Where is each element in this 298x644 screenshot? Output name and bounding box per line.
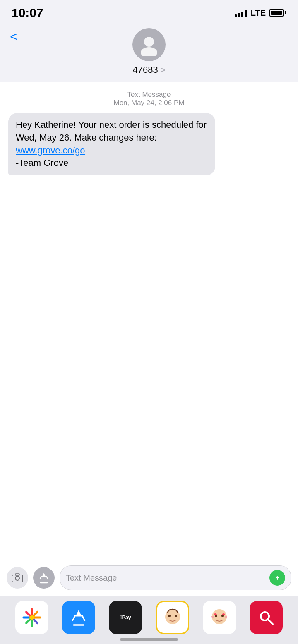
status-icons: LTE (235, 8, 286, 18)
message-signature: -Team Grove (16, 158, 68, 168)
send-button[interactable] (269, 570, 285, 586)
battery-icon (269, 9, 286, 17)
svg-point-8 (168, 615, 171, 617)
message-date-label: Mon, May 24, 2:06 PM (8, 99, 290, 107)
message-meta: Text Message Mon, May 24, 2:06 PM (8, 91, 290, 107)
appstore-small-icon (37, 571, 50, 584)
memoji2-app-icon (207, 605, 232, 630)
svg-point-13 (211, 616, 214, 618)
memoji1-app-icon (160, 605, 185, 630)
dock: Pay (0, 596, 298, 644)
message-bubble: Hey Katherine! Your next order is schedu… (8, 113, 215, 175)
message-link[interactable]: www.grove.co/go (16, 145, 85, 156)
status-bar: 10:07 LTE (0, 0, 298, 24)
appstore-dock-icon (68, 607, 89, 628)
dock-applepay-icon[interactable]: Pay (109, 601, 142, 634)
svg-line-16 (268, 619, 273, 624)
text-message-input[interactable]: Text Message (66, 573, 265, 583)
chevron-right-icon: > (161, 65, 166, 75)
dock-photos-icon[interactable] (15, 601, 48, 634)
send-icon (273, 573, 282, 582)
home-indicator (120, 638, 178, 641)
camera-button[interactable] (7, 567, 28, 589)
dock-search-icon[interactable] (250, 601, 283, 634)
svg-point-3 (15, 576, 19, 580)
svg-point-0 (144, 37, 154, 47)
dock-appstore-icon[interactable] (62, 601, 95, 634)
camera-icon (12, 573, 23, 583)
search-app-icon (256, 608, 276, 627)
dock-memoji2-icon[interactable] (203, 601, 236, 634)
svg-point-10 (212, 609, 227, 624)
contact-name-row[interactable]: 47683 > (133, 65, 166, 75)
messages-area: Text Message Mon, May 24, 2:06 PM Hey Ka… (0, 82, 298, 537)
applepay-label: Pay (120, 614, 131, 621)
nav-header: < 47683 > (0, 24, 298, 82)
message-bubble-container: Hey Katherine! Your next order is schedu… (8, 113, 290, 175)
lte-label: LTE (251, 8, 266, 18)
dock-memoji1-icon[interactable] (156, 601, 189, 634)
text-input-row[interactable]: Text Message (60, 565, 291, 590)
svg-point-9 (175, 615, 177, 617)
photos-app-icon (19, 605, 44, 630)
svg-point-7 (165, 609, 180, 624)
message-text: Hey Katherine! Your next order is schedu… (16, 120, 207, 143)
appstore-input-button[interactable] (33, 567, 55, 589)
svg-point-14 (225, 616, 227, 618)
back-button[interactable]: < (10, 30, 18, 43)
person-icon (138, 34, 160, 56)
status-time: 10:07 (12, 6, 43, 20)
input-area: Text Message (0, 561, 298, 594)
contact-number: 47683 (133, 65, 158, 75)
message-type-label: Text Message (8, 91, 290, 99)
signal-icon (235, 9, 247, 17)
contact-avatar[interactable] (132, 28, 166, 61)
svg-point-1 (141, 47, 157, 56)
